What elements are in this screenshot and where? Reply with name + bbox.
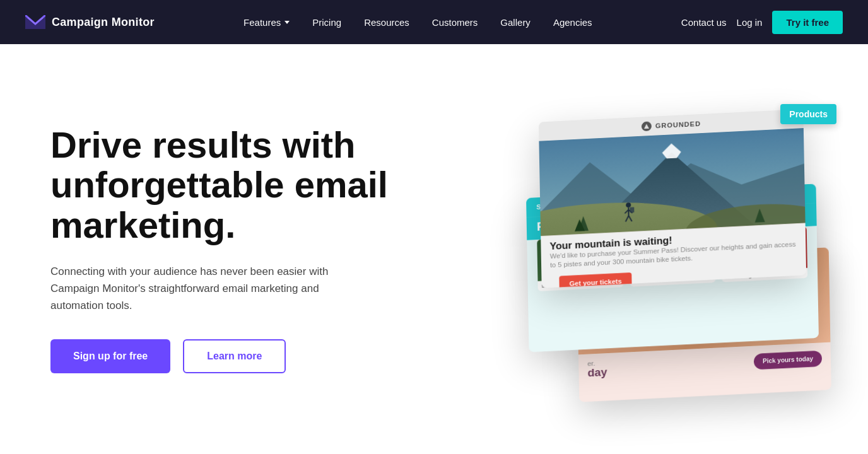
nav-item-customers: Customers bbox=[423, 12, 487, 33]
campaign-monitor-logo-icon bbox=[25, 15, 45, 29]
brand-name: Campaign Monitor bbox=[52, 16, 155, 29]
email-card-mountain: GROUNDED bbox=[539, 109, 806, 288]
hero-title: Drive results with unforgettable email m… bbox=[50, 125, 404, 245]
login-link[interactable]: Log in bbox=[737, 17, 763, 28]
nav-link-resources[interactable]: Resources bbox=[355, 12, 418, 33]
grounded-logo-circle bbox=[642, 121, 652, 131]
try-it-free-button[interactable]: Try it free bbox=[772, 11, 843, 34]
mountain-image bbox=[539, 128, 805, 236]
mountain-svg bbox=[539, 128, 805, 236]
nav-link-pricing[interactable]: Pricing bbox=[303, 12, 350, 33]
products-floating-label: Products bbox=[780, 104, 836, 124]
nav-link-features[interactable]: Features bbox=[235, 12, 298, 33]
nav-item-gallery: Gallery bbox=[491, 12, 539, 33]
signup-button[interactable]: Sign up for free bbox=[50, 339, 170, 373]
hero-content: Drive results with unforgettable email m… bbox=[50, 125, 404, 374]
grounded-badge: GROUNDED bbox=[642, 119, 701, 132]
hero-section: Drive results with unforgettable email m… bbox=[0, 44, 868, 454]
nav-item-pricing: Pricing bbox=[303, 12, 350, 33]
primary-nav: Features Pricing Resources Customers Gal… bbox=[235, 12, 601, 33]
hero-illustration: er. day Pick yours today Seasonal flavou… bbox=[452, 85, 818, 413]
navigation: Campaign Monitor Features Pricing Resour… bbox=[0, 0, 868, 44]
hero-subtitle: Connecting with your audience has never … bbox=[50, 263, 353, 315]
chevron-down-icon bbox=[284, 21, 290, 24]
nav-item-resources: Resources bbox=[355, 12, 418, 33]
logo-link[interactable]: Campaign Monitor bbox=[25, 15, 155, 29]
nav-link-customers[interactable]: Customers bbox=[423, 12, 487, 33]
nav-item-features: Features bbox=[235, 12, 298, 33]
svg-rect-33 bbox=[630, 207, 634, 212]
nav-right-actions: Contact us Log in Try it free bbox=[681, 11, 843, 34]
learn-more-button[interactable]: Learn more bbox=[183, 339, 286, 373]
macaron-card-day-text: er. day bbox=[587, 359, 607, 380]
email-template-stack: er. day Pick yours today Seasonal flavou… bbox=[464, 85, 830, 413]
nav-link-gallery[interactable]: Gallery bbox=[491, 12, 539, 33]
contact-us-link[interactable]: Contact us bbox=[681, 17, 727, 28]
nav-link-agencies[interactable]: Agencies bbox=[544, 12, 601, 33]
nav-item-agencies: Agencies bbox=[544, 12, 601, 33]
macaron-pick-button[interactable]: Pick yours today bbox=[754, 351, 822, 370]
hero-cta-group: Sign up for free Learn more bbox=[50, 339, 404, 373]
